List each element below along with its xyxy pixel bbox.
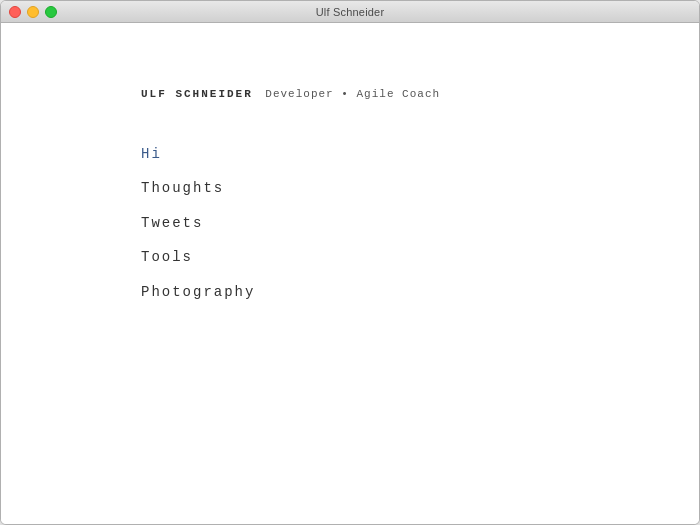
browser-window: Ulf Schneider ULF SCHNEIDER Developer • … <box>0 0 700 525</box>
main-nav: HiThoughtsTweetsToolsPhotography <box>141 137 699 309</box>
nav-link-tweets[interactable]: Tweets <box>141 206 699 240</box>
nav-item: Tools <box>141 240 699 274</box>
nav-link-tools[interactable]: Tools <box>141 240 699 274</box>
nav-item: Hi <box>141 137 699 171</box>
nav-item: Photography <box>141 275 699 309</box>
close-button[interactable] <box>9 6 21 18</box>
site-name: ULF SCHNEIDER <box>141 88 253 100</box>
nav-link-thoughts[interactable]: Thoughts <box>141 171 699 205</box>
nav-list: HiThoughtsTweetsToolsPhotography <box>141 137 699 309</box>
nav-item: Tweets <box>141 206 699 240</box>
window-title: Ulf Schneider <box>316 6 385 18</box>
site-header: ULF SCHNEIDER Developer • Agile Coach <box>141 83 699 101</box>
nav-link-photography[interactable]: Photography <box>141 275 699 309</box>
title-bar: Ulf Schneider <box>1 1 699 23</box>
window-controls <box>9 6 57 18</box>
site-tagline: Developer • Agile Coach <box>265 88 440 100</box>
nav-item: Thoughts <box>141 171 699 205</box>
maximize-button[interactable] <box>45 6 57 18</box>
minimize-button[interactable] <box>27 6 39 18</box>
page-content: ULF SCHNEIDER Developer • Agile Coach Hi… <box>1 23 699 524</box>
nav-link-hi[interactable]: Hi <box>141 137 699 171</box>
